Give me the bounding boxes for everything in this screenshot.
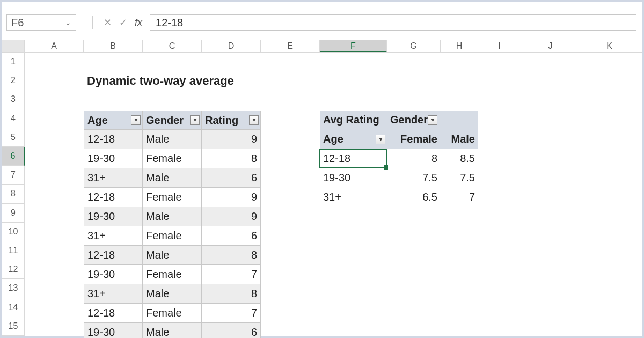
column-header[interactable]: F (320, 40, 387, 52)
app-window: F6 ⌄ ✕ ✓ fx 12-18 ABCDEFGHIJK 1234567891… (0, 0, 644, 338)
table-cell[interactable]: Male (143, 130, 202, 149)
page-title: Dynamic two-way average (84, 72, 261, 91)
filter-button-icon[interactable]: ▾ (428, 115, 437, 125)
table-cell[interactable]: Male (143, 323, 202, 338)
row-header[interactable]: 7 (2, 166, 25, 185)
row-header[interactable]: 3 (2, 90, 25, 109)
pivot-column-field[interactable]: Gender ▾ (387, 111, 478, 130)
table-header[interactable]: Age ▾ (84, 111, 143, 130)
table-cell[interactable]: Male (143, 207, 202, 226)
chevron-down-icon[interactable]: ⌄ (65, 18, 71, 27)
table-header-label: Age (87, 114, 108, 126)
pivot-row-label[interactable]: 12-18 (320, 149, 387, 168)
filter-button-icon[interactable]: ▾ (190, 115, 200, 125)
table-cell[interactable]: 9 (202, 130, 261, 149)
table-cell[interactable]: 7 (202, 304, 261, 323)
row-header[interactable]: 4 (2, 109, 25, 128)
column-header[interactable]: G (387, 40, 441, 52)
column-header[interactable]: C (143, 40, 202, 52)
pivot-row-field-label: Age (323, 133, 343, 145)
cells-area[interactable]: Dynamic two-way average Age ▾ Gender ▾ R… (25, 53, 642, 336)
table-cell[interactable]: Female (143, 304, 202, 323)
row-header[interactable]: 11 (2, 241, 25, 260)
column-header[interactable]: I (478, 40, 521, 52)
filter-button-icon[interactable]: ▾ (131, 115, 141, 125)
row-header[interactable]: 12 (2, 260, 25, 279)
table-cell[interactable]: 19-30 (84, 323, 143, 338)
row-headers: 123456789101112131415 (2, 53, 25, 336)
formula-input[interactable]: 12-18 (150, 14, 636, 31)
table-cell[interactable]: Female (143, 265, 202, 284)
pivot-value[interactable]: 7.5 (441, 168, 478, 188)
column-headers: ABCDEFGHIJK (2, 40, 642, 53)
column-header[interactable]: B (84, 40, 143, 52)
table-cell[interactable]: 12-18 (84, 304, 143, 323)
row-header[interactable]: 2 (2, 71, 25, 90)
pivot-value[interactable]: 6.5 (387, 188, 441, 207)
table-cell[interactable]: 19-30 (84, 149, 143, 168)
table-cell[interactable]: 31+ (84, 168, 143, 188)
table-cell[interactable]: 6 (202, 323, 261, 338)
pivot-row-field[interactable]: Age ▾ (320, 130, 387, 149)
column-header[interactable]: D (202, 40, 261, 52)
table-cell[interactable]: 6 (202, 168, 261, 188)
table-cell[interactable]: 19-30 (84, 207, 143, 226)
table-cell[interactable]: 8 (202, 284, 261, 304)
formula-value: 12-18 (156, 17, 183, 29)
accept-formula-icon[interactable]: ✓ (119, 17, 127, 28)
table-cell[interactable]: 31+ (84, 284, 143, 304)
column-header[interactable]: A (25, 40, 84, 52)
table-cell[interactable]: 8 (202, 149, 261, 168)
row-header[interactable]: 10 (2, 223, 25, 241)
row-header[interactable]: 14 (2, 298, 25, 317)
filter-button-icon[interactable]: ▾ (249, 115, 259, 125)
table-header[interactable]: Gender ▾ (143, 111, 202, 130)
name-box[interactable]: F6 ⌄ (6, 14, 76, 31)
table-header-label: Gender (146, 114, 184, 126)
table-cell[interactable]: 12-18 (84, 188, 143, 207)
pivot-value[interactable]: 7.5 (387, 168, 441, 188)
column-header[interactable]: E (261, 40, 320, 52)
spreadsheet-grid[interactable]: 123456789101112131415 Dynamic two-way av… (2, 53, 642, 336)
table-cell[interactable]: Male (143, 246, 202, 265)
table-header[interactable]: Rating ▾ (202, 111, 261, 130)
row-header[interactable]: 8 (2, 185, 25, 203)
table-cell[interactable]: Female (143, 188, 202, 207)
pivot-corner-label: Avg Rating (320, 111, 387, 130)
table-cell[interactable]: 19-30 (84, 265, 143, 284)
pivot-value[interactable]: 8 (387, 149, 441, 168)
table-cell[interactable]: Male (143, 168, 202, 188)
row-header[interactable]: 9 (2, 204, 25, 223)
table-cell[interactable]: Female (143, 149, 202, 168)
table-cell[interactable]: 6 (202, 226, 261, 246)
table-cell[interactable]: 12-18 (84, 130, 143, 149)
column-header[interactable]: J (521, 40, 580, 52)
row-header[interactable]: 6 (2, 147, 25, 166)
insert-function-button[interactable]: fx (135, 17, 142, 28)
row-header[interactable]: 15 (2, 317, 25, 336)
pivot-value[interactable]: 8.5 (441, 149, 478, 168)
pivot-value[interactable]: 7 (441, 188, 478, 207)
row-header[interactable]: 13 (2, 279, 25, 298)
table-cell[interactable]: 31+ (84, 226, 143, 246)
table-cell[interactable]: 7 (202, 265, 261, 284)
pivot-col-header: Male (441, 130, 478, 149)
row-header[interactable]: 5 (2, 128, 25, 147)
table-cell[interactable]: Male (143, 284, 202, 304)
row-header[interactable]: 1 (2, 53, 25, 71)
divider (92, 16, 93, 29)
table-cell[interactable]: 9 (202, 188, 261, 207)
table-cell[interactable]: 12-18 (84, 246, 143, 265)
column-header[interactable]: H (441, 40, 478, 52)
select-all-corner[interactable] (2, 40, 25, 52)
pivot-row-label[interactable]: 19-30 (320, 168, 387, 188)
name-box-value: F6 (11, 17, 24, 29)
table-header-label: Rating (205, 114, 238, 126)
cancel-formula-icon[interactable]: ✕ (104, 17, 112, 28)
filter-button-icon[interactable]: ▾ (376, 135, 385, 144)
table-cell[interactable]: Female (143, 226, 202, 246)
table-cell[interactable]: 8 (202, 246, 261, 265)
column-header[interactable]: K (580, 40, 639, 52)
table-cell[interactable]: 9 (202, 207, 261, 226)
pivot-row-label[interactable]: 31+ (320, 188, 387, 207)
